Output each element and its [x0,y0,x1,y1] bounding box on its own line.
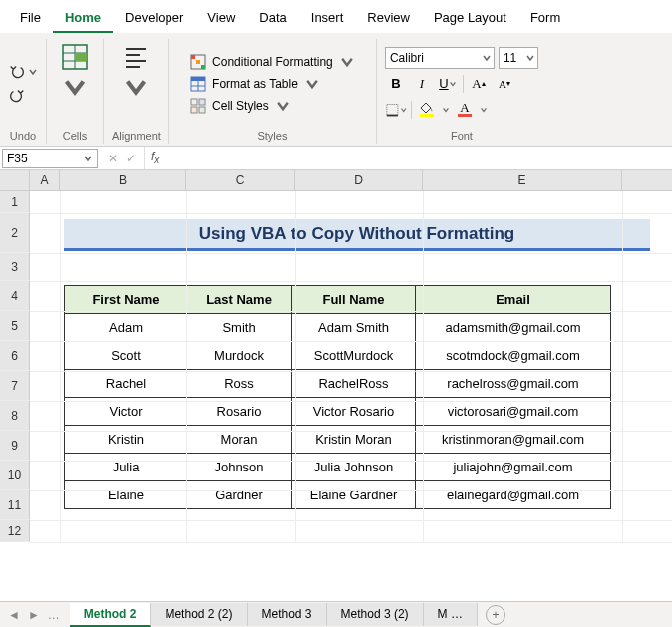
menu-developer[interactable]: Developer [113,4,195,33]
menu-home[interactable]: Home [53,4,113,33]
table-cell[interactable]: Moran [187,426,292,454]
italic-button[interactable]: I [411,73,433,95]
alignment-button[interactable] [116,39,156,105]
svg-rect-21 [387,104,398,115]
table-cell[interactable]: juliajohn@gmail.com [416,454,611,481]
formula-input[interactable] [165,147,672,169]
table-row: ElaineGardnerElaine Gardnerelainegard@gm… [65,481,611,509]
cells-canvas[interactable]: Using VBA to Copy Without Formatting Fir… [30,191,672,542]
column-header-D[interactable]: D [295,170,423,190]
font-group: Calibri 11 B I U A▴ A▾ [385,39,546,144]
table-cell[interactable]: Julia [65,454,187,481]
sheet-tab[interactable]: M … [424,603,478,626]
column-header-B[interactable]: B [60,170,186,190]
sheet-tab[interactable]: Method 2 [70,603,152,627]
font-color-button[interactable]: A [454,99,476,121]
conditional-formatting-icon [190,54,206,70]
worksheet-grid[interactable]: ABCDE 123456789101112 Using VBA to Copy … [0,170,672,593]
table-cell[interactable]: Elaine [65,481,187,509]
menu-bar: FileHomeDeveloperViewDataInsertReviewPag… [0,0,672,33]
row-header-2[interactable]: 2 [0,213,30,253]
table-row: JuliaJohnsonJulia Johnsonjuliajohn@gmail… [65,454,611,481]
tab-nav-next[interactable]: ► [28,608,40,622]
row-header-6[interactable]: 6 [0,341,30,371]
row-header-3[interactable]: 3 [0,253,30,281]
table-cell[interactable]: Adam [65,314,187,342]
conditional-formatting-button[interactable]: Conditional Formatting [186,52,359,72]
accept-formula-icon[interactable]: ✓ [126,152,136,165]
font-size-select[interactable]: 11 [499,47,538,69]
format-table-icon [190,76,206,92]
sheet-tab[interactable]: Method 2 (2) [151,603,247,626]
svg-rect-11 [196,60,200,64]
row-header-1[interactable]: 1 [0,191,30,213]
row-header-9[interactable]: 9 [0,431,30,461]
format-as-table-button[interactable]: Format as Table [186,74,324,94]
grow-font-button[interactable]: A▴ [468,73,490,95]
cells-group: Cells [55,39,104,144]
cancel-formula-icon[interactable]: ✕ [108,152,118,165]
table-cell[interactable]: Johnson [187,454,292,481]
menu-form[interactable]: Form [518,4,572,33]
fill-color-button[interactable] [416,99,438,121]
table-cell[interactable]: rachelross@gmail.com [416,370,611,398]
underline-button[interactable]: U [437,73,459,95]
add-sheet-button[interactable]: + [486,605,505,625]
table-cell[interactable]: scotmdock@gmail.com [416,342,611,370]
select-all-corner[interactable] [0,170,30,190]
table-cell[interactable]: elainegard@gmail.com [416,481,611,509]
row-header-10[interactable]: 10 [0,461,30,490]
table-cell[interactable]: kristinmoran@gmail.com [416,426,611,454]
cell-styles-button[interactable]: Cell Styles [186,96,295,116]
tab-nav-ellipsis[interactable]: … [48,608,60,622]
styles-group: Conditional Formatting Format as Table C… [177,39,377,144]
table-cell[interactable]: Adam Smith [292,314,416,342]
redo-button[interactable] [8,87,26,105]
borders-icon [385,102,400,118]
table-cell[interactable]: Kristin [65,426,187,454]
column-header-A[interactable]: A [30,170,60,190]
menu-review[interactable]: Review [355,4,422,33]
table-row: RachelRossRachelRossrachelross@gmail.com [65,370,611,398]
shrink-font-button[interactable]: A▾ [494,73,515,95]
font-name-select[interactable]: Calibri [385,47,495,69]
row-header-12[interactable]: 12 [0,520,30,542]
svg-rect-20 [199,107,205,113]
sheet-tab[interactable]: Method 3 (2) [327,603,424,626]
svg-rect-4 [75,53,87,61]
row-header-11[interactable]: 11 [0,490,30,520]
row-header-4[interactable]: 4 [0,281,30,311]
svg-rect-17 [191,99,197,105]
table-cell[interactable]: ScottMurdock [292,342,416,370]
borders-button[interactable] [385,99,407,121]
table-cell[interactable]: Elaine Gardner [292,481,416,509]
table-cell[interactable]: Ross [187,370,292,398]
table-cell[interactable]: Gardner [187,481,292,509]
cells-icon [61,43,89,71]
row-header-5[interactable]: 5 [0,311,30,341]
tab-nav-prev[interactable]: ◄ [8,608,20,622]
menu-page-layout[interactable]: Page Layout [422,4,518,33]
table-cell[interactable]: Kristin Moran [292,426,416,454]
table-cell[interactable]: Julia Johnson [292,454,416,481]
bold-button[interactable]: B [385,73,407,95]
table-cell[interactable]: Rachel [65,370,187,398]
undo-button[interactable] [8,63,38,81]
column-header-E[interactable]: E [423,170,622,190]
menu-data[interactable]: Data [247,4,298,33]
menu-insert[interactable]: Insert [299,4,356,33]
table-cell[interactable]: Smith [187,314,292,342]
column-header-C[interactable]: C [186,170,295,190]
menu-file[interactable]: File [8,4,53,33]
table-cell[interactable]: Scott [65,342,187,370]
row-header-8[interactable]: 8 [0,401,30,431]
name-box[interactable]: F35 [2,149,98,168]
table-cell[interactable]: Murdock [187,342,292,370]
sheet-tab[interactable]: Method 3 [248,603,327,626]
row-header-7[interactable]: 7 [0,371,30,401]
table-cell[interactable]: adamsmith@gmail.com [416,314,611,342]
table-cell[interactable]: RachelRoss [292,370,416,398]
menu-view[interactable]: View [195,4,247,33]
table-row: KristinMoranKristin Morankristinmoran@gm… [65,426,611,454]
cells-button[interactable] [55,39,95,105]
